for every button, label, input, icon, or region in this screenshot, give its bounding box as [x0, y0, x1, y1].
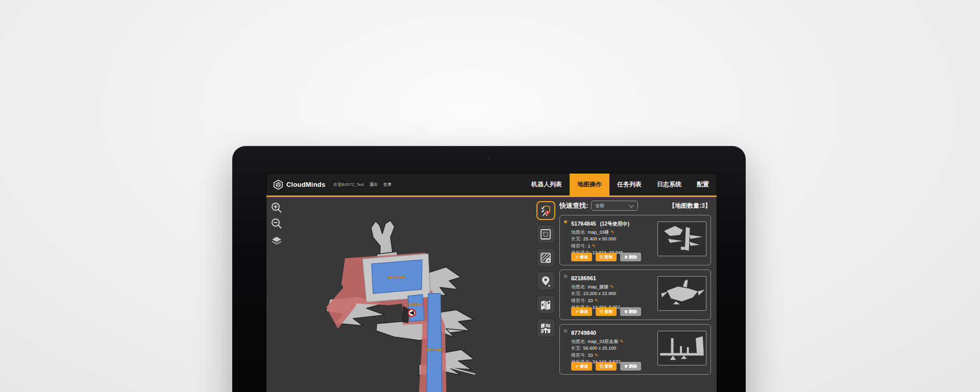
quick-find-label: 快速查找:: [559, 201, 588, 210]
add-point-button[interactable]: [536, 272, 555, 290]
app-screen: CloudMinds 欢迎BJDT2_Test 退出 全屏 机器人列表 地图操作…: [266, 173, 717, 392]
area-label-small: 8.614m²: [408, 302, 424, 307]
fullscreen-link[interactable]: 全屏: [383, 182, 391, 187]
map-thumbnail: [657, 222, 706, 256]
map-count-badge: 【地图数量:3】: [669, 202, 711, 210]
nav-log-system[interactable]: 日志系统: [649, 174, 689, 195]
area-label-corridor: 80.215m²: [426, 348, 444, 352]
add-virtual-wall-button[interactable]: [536, 248, 555, 267]
map-marker-button[interactable]: [536, 295, 555, 314]
map-area[interactable]: 40.519m² 8.614m² 80.215m²: [266, 197, 534, 392]
map-size: 23.200 x 22.900: [583, 291, 617, 296]
edit-map-button[interactable]: 修改: [571, 362, 592, 371]
field-label: 楼层号:: [571, 243, 586, 249]
map-id: 87749840: [571, 330, 596, 336]
map-name: map_33层走廊: [588, 339, 619, 344]
edit-pencil-icon[interactable]: ✎: [592, 243, 596, 249]
field-label: 长宽:: [571, 346, 582, 351]
field-label: 地图名:: [571, 230, 586, 235]
welcome-text: 欢迎BJDT2_Test: [333, 182, 364, 187]
delete-map-button[interactable]: 删除: [620, 307, 641, 316]
favorite-star-icon[interactable]: ☆: [563, 328, 568, 334]
area-label-large: 40.519m²: [388, 275, 406, 280]
blue-area-small[interactable]: [408, 295, 424, 322]
map-id: 51764845: [571, 220, 596, 227]
map-thumbnail: [657, 331, 706, 365]
map-size: 25.400 x 50.000: [583, 236, 617, 241]
map-toolbar: [534, 197, 557, 392]
zoom-out-icon[interactable]: [271, 217, 283, 230]
copy-map-button[interactable]: 复制: [596, 307, 617, 316]
blue-corridor[interactable]: [426, 293, 443, 392]
map-card[interactable]: ☆ 82186961 地图名:map_腿腿✎ 长宽:23.200 x 22.90…: [559, 270, 711, 320]
field-label: 长宽:: [571, 291, 582, 296]
delete-map-button[interactable]: 删除: [620, 253, 641, 261]
delete-map-button[interactable]: 删除: [620, 362, 641, 371]
favorite-star-icon[interactable]: ★: [563, 218, 568, 225]
favorite-star-icon[interactable]: ☆: [563, 273, 568, 280]
map-in-use-badge: (12号使用中): [600, 221, 629, 227]
webcam-dot: [488, 157, 490, 159]
map-id: 82186961: [571, 275, 596, 281]
cloudminds-logo-icon: [273, 180, 283, 190]
scan-blob: [371, 220, 395, 257]
upload-map-button[interactable]: [536, 318, 555, 337]
filter-dropdown[interactable]: 全部: [591, 201, 638, 211]
field-label: 楼层号:: [571, 298, 586, 303]
robot-marker[interactable]: [408, 309, 415, 316]
copy-map-button[interactable]: 复制: [596, 253, 617, 261]
map-task-list-button[interactable]: [536, 201, 555, 220]
edit-pencil-icon[interactable]: ✎: [595, 298, 599, 303]
laptop-frame: CloudMinds 欢迎BJDT2_Test 退出 全屏 机器人列表 地图操作…: [232, 146, 746, 392]
field-label: 地图名:: [571, 339, 586, 344]
map-canvas[interactable]: 40.519m² 8.614m² 80.215m²: [266, 197, 534, 392]
edit-map-button[interactable]: 修改: [571, 307, 592, 316]
scan-blob: [441, 350, 474, 375]
edit-pencil-icon[interactable]: ✎: [610, 230, 615, 235]
field-label: 楼层号:: [571, 353, 586, 358]
nav-map-operation[interactable]: 地图操作: [570, 174, 609, 195]
field-label: 长宽:: [571, 236, 582, 241]
header-bar: CloudMinds 欢迎BJDT2_Test 退出 全屏 机器人列表 地图操作…: [266, 174, 717, 195]
edit-pencil-icon[interactable]: ✎: [595, 353, 599, 358]
main-nav: 机器人列表 地图操作 任务列表 日志系统 配置: [524, 174, 717, 195]
map-floor: 33: [588, 353, 593, 358]
map-thumbnail: [657, 276, 706, 311]
map-floor: 1: [588, 243, 591, 249]
nav-config[interactable]: 配置: [689, 174, 717, 195]
nav-task-list[interactable]: 任务列表: [609, 174, 649, 195]
map-list-panel: 快速查找: 全部 【地图数量:3】 ★ 51764845 (12号使用中) 地图…: [557, 197, 717, 392]
copy-map-button[interactable]: 复制: [596, 362, 617, 371]
map-card[interactable]: ☆ 87749840 地图名:map_33层走廊✎ 长宽:56.600 x 25…: [559, 324, 711, 375]
map-floor: 33: [588, 298, 593, 303]
map-name: map_腿腿: [588, 284, 609, 289]
measure-area-button[interactable]: [536, 225, 555, 243]
edit-map-button[interactable]: 修改: [571, 253, 592, 261]
brand: CloudMinds: [273, 180, 325, 190]
nav-robot-list[interactable]: 机器人列表: [524, 174, 570, 195]
map-card[interactable]: ★ 51764845 (12号使用中) 地图名:map_33楼✎ 长宽:25.4…: [559, 215, 711, 265]
brand-name: CloudMinds: [286, 181, 325, 188]
edit-pencil-icon[interactable]: ✎: [610, 284, 614, 289]
layers-icon[interactable]: [271, 235, 283, 247]
field-label: 地图名:: [571, 284, 586, 289]
logout-link[interactable]: 退出: [370, 182, 378, 187]
filter-value: 全部: [595, 203, 630, 209]
edit-pencil-icon[interactable]: ✎: [620, 339, 624, 344]
map-controls: [271, 202, 283, 247]
zoom-in-icon[interactable]: [271, 202, 283, 214]
map-size: 56.600 x 25.100: [583, 346, 617, 351]
map-name: map_33楼: [588, 230, 609, 235]
